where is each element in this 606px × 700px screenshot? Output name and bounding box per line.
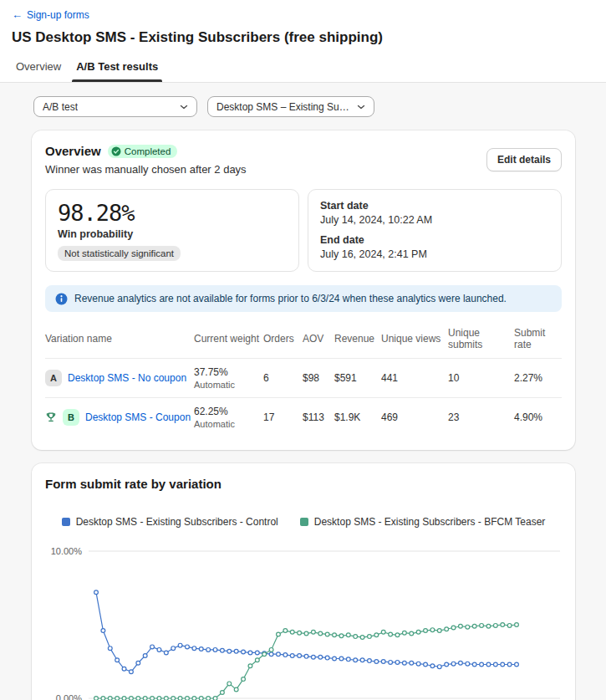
filter-bar: A/B test Desktop SMS – Existing Subscrib… <box>32 96 575 117</box>
trophy-icon <box>45 411 57 423</box>
legend-swatch-control <box>62 518 70 526</box>
significance-chip: Not statistically significant <box>58 246 181 261</box>
dates-box: Start date July 14, 2024, 10:22 AM End d… <box>308 189 562 272</box>
submit-rate-line-chart: 10.00%0.00%Nov 14, 10 AMNov 14, 8 PMNov … <box>45 538 562 700</box>
chevron-down-icon <box>178 101 190 113</box>
overview-card-title: Overview <box>45 144 101 158</box>
cell-submit-rate: 4.90% <box>514 411 562 423</box>
submit-rate-chart-card: Form submit rate by variation Desktop SM… <box>32 463 575 700</box>
check-circle-icon <box>111 146 121 156</box>
legend-item-bfcm-teaser: Desktop SMS - Existing Subscribers - BFC… <box>300 516 546 528</box>
legend-label-control: Desktop SMS - Existing Subscribers - Con… <box>76 516 278 528</box>
back-link-label: Sign-up forms <box>27 9 89 21</box>
status-badge: Completed <box>108 145 178 158</box>
info-banner: Revenue analytics are not available for … <box>45 285 562 312</box>
cell-aov: $113 <box>303 411 334 423</box>
cell-orders: 6 <box>263 372 303 384</box>
form-select-value: Desktop SMS – Existing Subscribers T... <box>216 101 350 113</box>
legend-item-control: Desktop SMS - Existing Subscribers - Con… <box>62 516 278 528</box>
svg-text:0.00%: 0.00% <box>56 693 82 700</box>
test-type-value: A/B test <box>43 101 78 113</box>
chart-card-title: Form submit rate by variation <box>45 477 562 491</box>
cell-weight: 37.75% <box>194 366 263 378</box>
variation-b-link[interactable]: Desktop SMS - Coupon <box>85 411 191 423</box>
test-type-select[interactable]: A/B test <box>33 96 197 117</box>
cell-revenue: $591 <box>334 372 381 384</box>
end-date-label: End date <box>320 234 549 246</box>
cell-submit-rate: 2.27% <box>514 372 562 384</box>
table-row-variation-a: A Desktop SMS - No coupon 37.75% Automat… <box>45 359 562 398</box>
back-link-signup-forms[interactable]: ← Sign-up forms <box>12 9 89 21</box>
stat-boxes: 98.28% Win probability Not statistically… <box>45 189 562 272</box>
cell-revenue: $1.9K <box>334 411 381 423</box>
page-body: A/B test Desktop SMS – Existing Subscrib… <box>0 83 606 700</box>
chart-legend: Desktop SMS - Existing Subscribers - Con… <box>45 516 562 528</box>
tab-ab-test-results[interactable]: A/B Test results <box>72 54 162 82</box>
info-icon <box>55 293 68 305</box>
status-badge-label: Completed <box>125 146 171 156</box>
svg-text:10.00%: 10.00% <box>51 546 83 556</box>
win-probability-box: 98.28% Win probability Not statistically… <box>45 189 299 272</box>
variation-b-badge: B <box>63 409 79 426</box>
variations-table: Variation name Current weight Orders AOV… <box>45 327 562 437</box>
legend-swatch-bfcm-teaser <box>300 518 308 526</box>
cell-weight-mode: Automatic <box>194 419 263 429</box>
cell-unique-views: 441 <box>381 372 448 384</box>
back-arrow-icon: ← <box>12 9 23 20</box>
legend-label-bfcm-teaser: Desktop SMS - Existing Subscribers - BFC… <box>314 516 546 528</box>
cell-unique-submits: 23 <box>448 411 514 423</box>
table-header-row: Variation name Current weight Orders AOV… <box>45 327 562 359</box>
tab-bar: Overview A/B Test results <box>0 54 606 83</box>
col-variation-name: Variation name <box>45 333 194 345</box>
chevron-down-icon <box>355 101 367 113</box>
col-unique-submits: Unique submits <box>448 327 514 350</box>
cell-weight: 62.25% <box>194 406 263 417</box>
col-aov: AOV <box>303 333 334 345</box>
winner-subtitle: Winner was manually chosen after 2 days <box>45 163 247 176</box>
start-date-label: Start date <box>320 200 549 212</box>
win-probability-label: Win probability <box>58 228 287 240</box>
cell-unique-views: 469 <box>381 411 448 423</box>
col-submit-rate: Submit rate <box>514 327 562 350</box>
win-probability-value: 98.28% <box>58 200 287 226</box>
cell-aov: $98 <box>303 372 334 384</box>
col-unique-views: Unique views <box>381 333 448 345</box>
col-revenue: Revenue <box>334 333 381 345</box>
tab-overview[interactable]: Overview <box>12 54 65 82</box>
cell-orders: 17 <box>263 411 303 423</box>
info-banner-text: Revenue analytics are not available for … <box>74 292 507 304</box>
table-row-variation-b: B Desktop SMS - Coupon 62.25% Automatic … <box>45 398 562 437</box>
start-date-value: July 14, 2024, 10:22 AM <box>320 214 549 226</box>
col-orders: Orders <box>263 333 303 345</box>
page-title: US Desktop SMS - Existing Subscribers (f… <box>12 29 594 46</box>
cell-unique-submits: 10 <box>448 372 514 384</box>
cell-weight-mode: Automatic <box>194 380 263 390</box>
end-date-value: July 16, 2024, 2:41 PM <box>320 248 549 260</box>
page-header: ← Sign-up forms US Desktop SMS - Existin… <box>0 0 606 83</box>
overview-card: Overview Completed Winner was manually c… <box>32 130 575 450</box>
variation-a-link[interactable]: Desktop SMS - No coupon <box>68 372 186 384</box>
variation-a-badge: A <box>45 370 62 386</box>
edit-details-button[interactable]: Edit details <box>486 148 562 171</box>
form-select[interactable]: Desktop SMS – Existing Subscribers T... <box>207 96 374 117</box>
col-current-weight: Current weight <box>194 333 263 345</box>
